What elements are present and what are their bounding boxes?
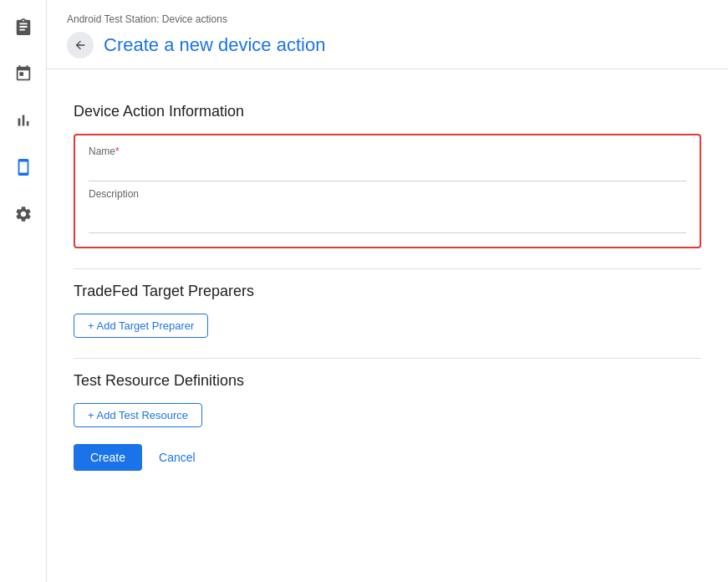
test-resource-section-title: Test Resource Definitions (74, 372, 701, 390)
add-target-preparer-button[interactable]: + Add Target Preparer (74, 314, 208, 338)
name-field-group: Name* (89, 146, 686, 181)
content-area: Device Action Information Name* Descript… (47, 69, 728, 511)
tradefed-section: TradeFed Target Preparers + Add Target P… (74, 269, 701, 359)
description-input[interactable] (89, 203, 686, 233)
sidebar-icon-calendar[interactable] (10, 60, 37, 87)
sidebar-icon-chart[interactable] (10, 107, 37, 134)
sidebar-icon-clipboard[interactable] (10, 13, 37, 40)
test-resource-section: Test Resource Definitions + Add Test Res… (74, 359, 701, 491)
breadcrumb: Android Test Station: Device actions (67, 13, 708, 25)
sidebar (0, 0, 47, 582)
description-field-group: Description (89, 188, 686, 237)
add-test-resource-button[interactable]: + Add Test Resource (74, 403, 202, 427)
page-header: Android Test Station: Device actions Cre… (47, 0, 728, 69)
device-action-info-section: Device Action Information Name* Descript… (74, 89, 701, 269)
device-action-form: Name* Description (74, 134, 701, 248)
cancel-button[interactable]: Cancel (149, 444, 206, 471)
description-label: Description (89, 188, 686, 200)
tradefed-section-title: TradeFed Target Preparers (74, 283, 701, 300)
main-content: Android Test Station: Device actions Cre… (47, 0, 728, 582)
sidebar-icon-phone[interactable] (10, 154, 37, 181)
name-label: Name* (89, 146, 686, 157)
create-button[interactable]: Create (74, 444, 142, 471)
page-title: Create a new device action (104, 34, 325, 56)
device-action-info-title: Device Action Information (74, 103, 701, 120)
sidebar-icon-gear[interactable] (10, 201, 37, 227)
back-button[interactable] (67, 32, 94, 59)
name-input[interactable] (89, 161, 686, 181)
